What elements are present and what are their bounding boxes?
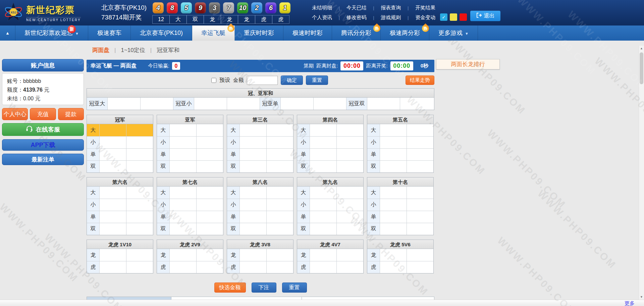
- bet-odds-cell[interactable]: [170, 261, 197, 273]
- vertical-scrollbar[interactable]: ▲ ▼: [639, 46, 644, 300]
- bet-amount-cell[interactable]: [126, 149, 153, 160]
- place-bet-button[interactable]: 下注: [252, 283, 276, 293]
- bet-row-label[interactable]: 双: [227, 223, 240, 235]
- bet-odds-cell[interactable]: [310, 161, 337, 172]
- nav-collapse-arrow-icon[interactable]: ▲: [0, 26, 15, 41]
- bet-row-label[interactable]: 大: [157, 124, 170, 136]
- bet-row-label[interactable]: 单: [227, 149, 240, 160]
- top-link[interactable]: 资金变动: [415, 14, 435, 21]
- bet-odds-cell[interactable]: [380, 149, 407, 160]
- bet-amount-cell[interactable]: [407, 137, 433, 148]
- quick-amount-button[interactable]: 快选金额: [214, 283, 246, 293]
- nav-tab-8[interactable]: 极速两分彩热: [381, 26, 429, 41]
- bet-odds-cell[interactable]: [240, 124, 267, 136]
- bet-odds-cell[interactable]: [310, 149, 337, 160]
- bet-amount-cell[interactable]: [197, 223, 223, 235]
- bet-amount-cell[interactable]: [126, 261, 153, 273]
- nav-tab-2[interactable]: 极速赛车: [88, 26, 131, 41]
- result-trend-button[interactable]: 结果走势: [406, 75, 434, 85]
- bet-amount-cell[interactable]: [267, 199, 293, 211]
- sum-bet-odds-cell[interactable]: [194, 98, 227, 110]
- bet-amount-cell[interactable]: [126, 199, 153, 211]
- bet-odds-cell[interactable]: [380, 261, 407, 273]
- bet-odds-cell[interactable]: [170, 211, 197, 223]
- app-download-button[interactable]: APP下载: [2, 139, 84, 151]
- bet-odds-cell[interactable]: [310, 211, 337, 223]
- bet-amount-cell[interactable]: [407, 149, 433, 160]
- personal-center-button[interactable]: 个人中心: [2, 108, 28, 120]
- bet-odds-cell[interactable]: [170, 161, 197, 172]
- nav-tab-3[interactable]: 北京赛车(PK10): [131, 26, 192, 41]
- bet-row-label[interactable]: 双: [87, 161, 100, 172]
- bet-odds-cell[interactable]: [170, 187, 197, 199]
- skin-color-square[interactable]: ✓: [440, 13, 447, 21]
- bet-amount-cell[interactable]: [197, 149, 223, 160]
- bet-odds-cell[interactable]: [240, 249, 267, 261]
- bet-odds-cell[interactable]: [240, 187, 267, 199]
- bet-row-label[interactable]: 双: [367, 223, 380, 235]
- reset-bets-button[interactable]: 重置: [282, 283, 307, 293]
- bet-amount-cell[interactable]: [126, 161, 153, 172]
- bet-row-label[interactable]: 龙: [367, 249, 380, 261]
- bet-amount-cell[interactable]: [267, 149, 293, 160]
- breadcrumb-item-1[interactable]: 两面盘: [92, 46, 109, 54]
- bet-row-label[interactable]: 龙: [87, 249, 100, 261]
- top-link[interactable]: 个人资讯: [312, 14, 332, 21]
- bet-amount-cell[interactable]: [267, 161, 293, 172]
- deposit-button[interactable]: 充值: [30, 108, 56, 120]
- sum-bet-odds-cell[interactable]: [281, 98, 314, 110]
- bet-row-label[interactable]: 小: [367, 137, 380, 148]
- bet-amount-cell[interactable]: [337, 223, 363, 235]
- bet-amount-cell[interactable]: [267, 261, 293, 273]
- bet-odds-cell[interactable]: [310, 124, 337, 136]
- bet-odds-cell[interactable]: [310, 261, 337, 273]
- bet-amount-cell[interactable]: [337, 124, 363, 136]
- bet-amount-cell[interactable]: [197, 211, 223, 223]
- bet-row-label[interactable]: 虎: [297, 261, 310, 273]
- bet-odds-cell[interactable]: [310, 223, 337, 235]
- bet-odds-cell[interactable]: [100, 187, 126, 199]
- bet-amount-cell[interactable]: [337, 261, 363, 273]
- bet-row-label[interactable]: 大: [87, 187, 100, 199]
- bet-odds-cell[interactable]: [100, 211, 126, 223]
- preset-checkbox[interactable]: [211, 78, 216, 83]
- bet-amount-cell[interactable]: [197, 249, 223, 261]
- bet-row-label[interactable]: 双: [297, 223, 310, 235]
- top-link[interactable]: 开奖结果: [415, 5, 435, 11]
- bet-row-label[interactable]: 龙: [297, 249, 310, 261]
- bet-row-label[interactable]: 小: [87, 137, 100, 148]
- bet-amount-cell[interactable]: [267, 223, 293, 235]
- bet-amount-cell[interactable]: [407, 223, 433, 235]
- bet-odds-cell[interactable]: [170, 199, 197, 211]
- scroll-up-arrow-icon[interactable]: ▲: [639, 46, 644, 51]
- bet-odds-cell[interactable]: [310, 187, 337, 199]
- sum-bet-amount-cell[interactable]: [141, 98, 173, 110]
- bet-row-label[interactable]: 单: [227, 211, 240, 223]
- bet-amount-cell[interactable]: [407, 199, 433, 211]
- bet-row-label[interactable]: 小: [297, 199, 310, 211]
- breadcrumb-item-2[interactable]: 1~10定位: [121, 46, 145, 54]
- bet-odds-cell[interactable]: [380, 223, 407, 235]
- bet-odds-cell[interactable]: [240, 211, 267, 223]
- bet-row-label[interactable]: 大: [367, 187, 380, 199]
- withdraw-button[interactable]: 提款: [58, 108, 84, 120]
- bet-amount-cell[interactable]: [407, 161, 433, 172]
- bet-row-label[interactable]: 双: [157, 223, 170, 235]
- bet-amount-cell[interactable]: [126, 187, 153, 199]
- bet-row-label[interactable]: 大: [297, 124, 310, 136]
- bet-row-label[interactable]: 单: [157, 211, 170, 223]
- bet-row-label[interactable]: 单: [157, 149, 170, 160]
- two-sided-ranking-button[interactable]: 两面长龙排行: [436, 59, 500, 69]
- breadcrumb-item-3[interactable]: 冠亚军和: [157, 46, 179, 54]
- top-link[interactable]: 今天已结: [346, 5, 367, 11]
- bet-row-label[interactable]: 单: [87, 211, 100, 223]
- bet-odds-cell[interactable]: [100, 199, 126, 211]
- bet-amount-cell[interactable]: [337, 187, 363, 199]
- bet-amount-cell[interactable]: [126, 124, 153, 136]
- bet-row-label[interactable]: 大: [157, 187, 170, 199]
- bet-odds-cell[interactable]: [240, 161, 267, 172]
- bet-odds-cell[interactable]: [310, 137, 337, 148]
- bet-odds-cell[interactable]: [380, 199, 407, 211]
- sum-bet-amount-cell[interactable]: [227, 98, 260, 110]
- online-service-button[interactable]: 在线客服: [2, 123, 84, 136]
